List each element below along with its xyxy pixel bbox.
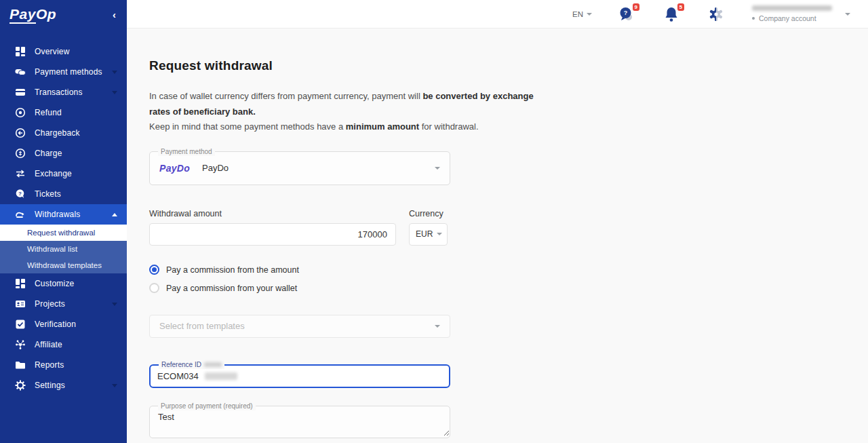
purpose-field: Purpose of payment (required) Test — [149, 406, 450, 438]
sidebar-item-chargeback[interactable]: Chargeback — [0, 123, 127, 143]
sidebar-item-label: Transactions — [35, 88, 83, 97]
currency-label: Currency — [409, 209, 448, 218]
currency-group: Currency EUR — [409, 209, 448, 246]
sidebar-item-customize[interactable]: Customize — [0, 273, 127, 294]
support-chat-button[interactable]: ? 9 — [618, 5, 635, 23]
sidebar-item-overview[interactable]: Overview — [0, 41, 127, 62]
projects-card-icon — [15, 298, 26, 309]
credit-card-icon — [15, 87, 26, 98]
chat-badge: 9 — [633, 3, 639, 12]
chevron-down-icon — [112, 303, 117, 306]
withdrawal-amount-group: Withdrawal amount — [149, 209, 396, 246]
description-text: In case of wallet currency differs from … — [149, 91, 422, 101]
account-menu[interactable]: Company account — [752, 5, 850, 22]
templates-select[interactable]: Select from templates — [149, 315, 450, 338]
chevron-down-icon — [587, 13, 592, 16]
description-text: Keep in mind that some payment methods h… — [149, 121, 346, 132]
currency-select[interactable]: EUR — [409, 223, 448, 246]
chargeback-coin-icon — [15, 128, 26, 138]
reports-folder-icon — [15, 360, 26, 370]
account-status-dot — [752, 17, 755, 20]
payment-method-label: Payment method — [158, 147, 215, 156]
chevron-down-icon — [112, 91, 117, 94]
refund-coin-icon — [15, 107, 26, 118]
withdrawal-amount-label: Withdrawal amount — [149, 209, 396, 218]
sidebar-item-label: Withdrawals — [35, 210, 81, 219]
account-info: Company account — [752, 5, 832, 22]
chevron-up-icon — [112, 213, 117, 216]
sidebar: PayOp ‹ Overview Payment methods Transac… — [0, 0, 127, 443]
payment-method-value: PayDo — [202, 163, 229, 173]
svg-text:?: ? — [18, 191, 22, 197]
quick-settings-button[interactable] — [707, 5, 725, 23]
currency-value: EUR — [416, 229, 433, 239]
sidebar-item-label: Projects — [35, 299, 65, 309]
reference-id-field: Reference ID — [149, 364, 450, 388]
withdrawals-submenu: Request withdrawal Withdrawal list Withd… — [0, 225, 127, 273]
customize-blocks-icon — [15, 278, 26, 289]
withdrawal-amount-input[interactable] — [149, 223, 396, 246]
commission-options: Pay a commission from the amount Pay a c… — [149, 264, 868, 294]
submenu-item-withdrawal-templates[interactable]: Withdrawal templates — [0, 257, 127, 273]
sidebar-item-exchange[interactable]: Exchange — [0, 163, 127, 184]
description-text: for withdrawal. — [419, 121, 478, 132]
sidebar-item-tickets[interactable]: ? Tickets — [0, 184, 127, 204]
payment-method-select[interactable]: Payment method PayDo PayDo — [149, 151, 450, 185]
radio-label: Pay a commission from your wallet — [166, 284, 297, 293]
exchange-arrows-icon — [15, 168, 26, 179]
radio-unselected-icon — [149, 283, 159, 293]
notifications-button[interactable]: 5 — [663, 5, 680, 23]
page-description: In case of wallet currency differs from … — [149, 89, 546, 135]
reference-id-label-redacted — [204, 362, 222, 367]
commission-from-wallet-radio[interactable]: Pay a commission from your wallet — [149, 282, 868, 294]
affiliate-network-icon — [15, 339, 26, 350]
sidebar-nav: Overview Payment methods Transactions Re… — [0, 41, 127, 396]
sidebar-item-label: Payment methods — [35, 67, 102, 77]
sidebar-item-label: Verification — [35, 320, 76, 329]
sidebar-item-label: Charge — [35, 149, 62, 158]
brand-logo[interactable]: PayOp — [9, 6, 56, 22]
sidebar-item-transactions[interactable]: Transactions — [0, 82, 127, 102]
chevron-down-icon — [112, 71, 117, 74]
chevron-down-icon — [437, 233, 442, 235]
description-bold: minimum amount — [346, 121, 419, 132]
sidebar-item-settings[interactable]: Settings — [0, 375, 127, 396]
sidebar-item-label: Chargeback — [35, 128, 80, 138]
sidebar-item-label: Refund — [35, 108, 62, 117]
bell-icon — [664, 6, 679, 22]
submenu-item-withdrawal-list[interactable]: Withdrawal list — [0, 241, 127, 257]
cards-icon — [15, 66, 26, 77]
sidebar-item-verification[interactable]: Verification — [0, 314, 127, 334]
submenu-item-request-withdrawal[interactable]: Request withdrawal — [0, 225, 127, 241]
sidebar-item-projects[interactable]: Projects — [0, 294, 127, 314]
sidebar-item-label: Affiliate — [35, 340, 62, 349]
sidebar-item-refund[interactable]: Refund — [0, 102, 127, 123]
sidebar-item-charge[interactable]: Charge — [0, 143, 127, 163]
sidebar-item-label: Exchange — [35, 169, 72, 178]
account-type: Company account — [752, 14, 816, 22]
withdrawal-hand-icon — [15, 209, 26, 220]
chevron-down-icon — [435, 325, 440, 328]
account-type-label: Company account — [759, 14, 816, 22]
overview-grid-icon — [15, 46, 26, 57]
settings-gear-icon — [15, 380, 26, 391]
chevron-down-icon — [845, 13, 850, 16]
sidebar-item-reports[interactable]: Reports — [0, 355, 127, 375]
reference-id-input[interactable] — [157, 371, 205, 381]
sidebar-collapse-icon[interactable]: ‹ — [113, 9, 116, 20]
sidebar-item-withdrawals[interactable]: Withdrawals — [0, 204, 127, 225]
sidebar-item-payment-methods[interactable]: Payment methods — [0, 62, 127, 82]
commission-from-amount-radio[interactable]: Pay a commission from the amount — [149, 264, 868, 276]
purpose-label: Purpose of payment (required) — [158, 402, 256, 410]
sidebar-item-affiliate[interactable]: Affiliate — [0, 334, 127, 355]
radio-label: Pay a commission from the amount — [166, 265, 299, 275]
paydo-logo: PayDo — [159, 163, 190, 174]
sidebar-item-label: Settings — [35, 381, 65, 390]
reference-id-value-redacted — [205, 372, 237, 380]
svg-text:?: ? — [624, 9, 628, 16]
language-selector[interactable]: EN — [572, 10, 592, 18]
purpose-textarea[interactable]: Test — [150, 406, 450, 436]
page-title: Request withdrawal — [149, 58, 868, 73]
templates-placeholder: Select from templates — [159, 321, 245, 331]
verification-check-icon — [15, 319, 26, 330]
